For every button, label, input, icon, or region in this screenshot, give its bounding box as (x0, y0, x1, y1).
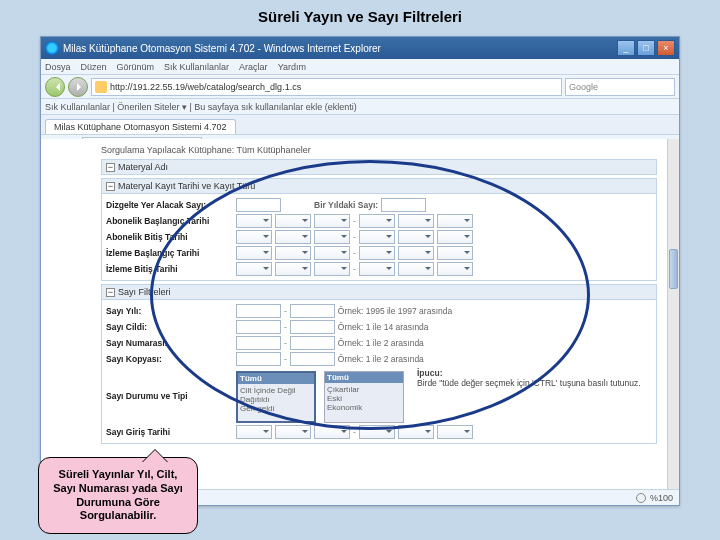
issue-from[interactable] (236, 336, 281, 350)
date-select[interactable] (314, 246, 350, 260)
menu-file[interactable]: Dosya (45, 62, 71, 72)
date-select[interactable] (236, 230, 272, 244)
date-select[interactable] (236, 425, 272, 439)
copy-from[interactable] (236, 352, 281, 366)
row-label: Abonelik Bitiş Tarihi (106, 232, 236, 242)
list-item[interactable]: Çıkartılar (327, 385, 401, 394)
annotation-callout: Süreli Yayınlar Yıl, Cilt, Sayı Numarası… (38, 457, 198, 534)
menu-help[interactable]: Yardım (278, 62, 306, 72)
date-select[interactable] (314, 230, 350, 244)
window-title: Milas Kütüphane Otomasyon Sistemi 4.702 … (63, 43, 617, 54)
scrollbar-thumb[interactable] (669, 249, 678, 289)
tab-bar: Milas Kütüphane Otomasyon Sistemi 4.702 (41, 115, 679, 135)
hint: Örnek: 1995 ile 1997 arasında (338, 306, 452, 316)
date-select[interactable] (359, 246, 395, 260)
address-bar[interactable]: http://191.22.55.19/web/catalog/search_d… (91, 78, 562, 96)
date-select[interactable] (437, 262, 473, 276)
vertical-scrollbar[interactable] (667, 139, 679, 489)
date-select[interactable] (359, 262, 395, 276)
date-select[interactable] (236, 262, 272, 276)
year-from[interactable] (236, 304, 281, 318)
date-select[interactable] (359, 214, 395, 228)
page-icon (95, 81, 107, 93)
hint: Örnek: 1 ile 2 arasında (338, 338, 424, 348)
date-select[interactable] (398, 425, 434, 439)
list-item[interactable]: Geri geldi (240, 404, 312, 413)
date-select[interactable] (398, 214, 434, 228)
row-label: Sayı Kopyası: (106, 354, 236, 364)
menu-tools[interactable]: Araçlar (239, 62, 268, 72)
date-select[interactable] (314, 262, 350, 276)
date-select[interactable] (275, 230, 311, 244)
copy-to[interactable] (290, 352, 335, 366)
slide-title: Süreli Yayın ve Sayı Filtreleri (0, 0, 720, 31)
date-select[interactable] (359, 425, 395, 439)
search-box[interactable]: Google (565, 78, 675, 96)
menu-edit[interactable]: Düzen (81, 62, 107, 72)
date-select[interactable] (314, 425, 350, 439)
date-select[interactable] (437, 214, 473, 228)
library-scope: Sorgulama Yapılacak Kütüphane: Tüm Kütüp… (101, 145, 657, 155)
date-select[interactable] (398, 246, 434, 260)
menubar: Dosya Düzen Görünüm Sık Kullanılanlar Ar… (41, 59, 679, 75)
row-label: İzleme Başlangıç Tarihi (106, 248, 236, 258)
listbox-header: Tümü (325, 372, 403, 383)
date-select[interactable] (275, 262, 311, 276)
vol-to[interactable] (290, 320, 335, 334)
status-listbox[interactable]: Tümü Cilt İçinde Değil Dağıtıldı Geri ge… (236, 371, 316, 423)
maximize-button[interactable]: □ (637, 40, 655, 56)
date-select[interactable] (359, 230, 395, 244)
date-select[interactable] (236, 214, 272, 228)
tip-label: İpucu: (417, 368, 443, 378)
date-select[interactable] (398, 262, 434, 276)
year-to[interactable] (290, 304, 335, 318)
date-select[interactable] (437, 246, 473, 260)
list-item[interactable]: Ekonomik (327, 403, 401, 412)
collapse-icon[interactable]: − (106, 182, 115, 191)
fav-text[interactable]: Sık Kullanılanlar | Önerilen Siteler ▾ |… (45, 102, 357, 112)
row-label: Sayı Yılı: (106, 306, 236, 316)
subscription-grid: Dizgelte Yer Alacak Sayı: Bir Yıldaki Sa… (101, 194, 657, 281)
close-button[interactable]: × (657, 40, 675, 56)
menu-fav[interactable]: Sık Kullanılanlar (164, 62, 229, 72)
list-item[interactable]: Eski (327, 394, 401, 403)
minimize-button[interactable]: _ (617, 40, 635, 56)
page-content: Sorgulama Yapılacak Kütüphane: Tüm Kütüp… (41, 139, 667, 489)
url-text: http://191.22.55.19/web/catalog/search_d… (110, 82, 301, 92)
section-material-name[interactable]: − Materyal Adı (101, 159, 657, 175)
date-select[interactable] (275, 246, 311, 260)
date-select[interactable] (437, 425, 473, 439)
forward-button[interactable] (68, 77, 88, 97)
row-label-right: Bir Yıldaki Sayı: (314, 200, 378, 210)
vol-from[interactable] (236, 320, 281, 334)
date-select[interactable] (398, 230, 434, 244)
list-item[interactable]: Cilt İçinde Değil (240, 386, 312, 395)
menu-view[interactable]: Görünüm (117, 62, 155, 72)
browser-window: Milas Kütüphane Otomasyon Sistemi 4.702 … (40, 36, 680, 506)
count-input[interactable] (236, 198, 281, 212)
date-select[interactable] (437, 230, 473, 244)
zoom-level[interactable]: %100 (650, 493, 673, 503)
collapse-icon[interactable]: − (106, 288, 115, 297)
collapse-icon[interactable]: − (106, 163, 115, 172)
issue-to[interactable] (290, 336, 335, 350)
section-issue-filters[interactable]: − Sayı Filtreleri (101, 284, 657, 300)
section-record-type[interactable]: − Materyal Kayıt Tarihi ve Kayıt Türü (101, 178, 657, 194)
nav-toolbar: http://191.22.55.19/web/catalog/search_d… (41, 75, 679, 99)
issue-filter-grid: Sayı Yılı: -Örnek: 1995 ile 1997 arasınd… (101, 300, 657, 444)
date-select[interactable] (236, 246, 272, 260)
type-listbox[interactable]: Tümü Çıkartılar Eski Ekonomik (324, 371, 404, 423)
hint: Örnek: 1 ile 2 arasında (338, 354, 424, 364)
date-select[interactable] (275, 425, 311, 439)
favorites-bar: Sık Kullanılanlar | Önerilen Siteler ▾ |… (41, 99, 679, 115)
date-select[interactable] (314, 214, 350, 228)
back-button[interactable] (45, 77, 65, 97)
yearly-count-input[interactable] (381, 198, 426, 212)
row-label: Sayı Numarası: (106, 338, 236, 348)
section-label: Sayı Filtreleri (118, 287, 171, 297)
browser-tab[interactable]: Milas Kütüphane Otomasyon Sistemi 4.702 (45, 119, 236, 134)
list-item[interactable]: Dağıtıldı (240, 395, 312, 404)
row-label: Sayı Cildi: (106, 322, 236, 332)
row-label: İzleme Bitiş Tarihi (106, 264, 236, 274)
date-select[interactable] (275, 214, 311, 228)
